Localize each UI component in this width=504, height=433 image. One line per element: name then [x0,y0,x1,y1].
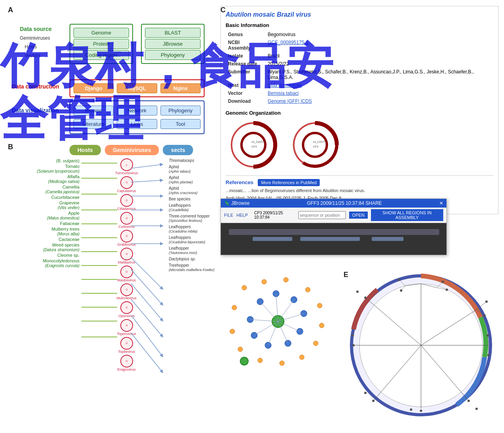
virus-title: Abutilon mosaic Brazil virus [226,11,493,18]
network-tabs: Hosts Geminiviruses sects [8,145,222,155]
svg-text:ml_016777: ml_016777 [313,140,327,144]
svg-point-99 [487,354,490,356]
django-btn[interactable]: Django [73,83,114,93]
genome-group: Genome Protein Coding region [70,24,133,64]
phylogeny-btn[interactable]: Phylogeny [145,50,201,60]
panel-e [346,270,496,421]
info-table: Genus Begomovirus NCBI Assembly GCF_0008… [226,31,493,105]
jbrowse-header-info: GFF3 2009/11/25 10:37:84 SHARE [307,200,382,206]
svg-point-53 [317,303,322,308]
svg-point-98 [487,334,489,337]
svg-line-19 [131,258,163,289]
insect-column: Thrematoceps Aphid(Aphis tabaci) Aphid(A… [169,158,220,274]
ref-text: ...mosaic... ...tion of Begomoviruses di… [226,188,493,194]
panel-a: Data source Geminiviruses Hosts Vectors … [8,6,214,149]
download-row: Download Genome |GFF| |CDS [226,97,493,105]
jbrowse-file[interactable]: FILE [224,213,233,217]
release-row: Release date 2015/2/22 [226,60,493,68]
svg-line-20 [131,269,163,305]
submitter-row: Submitter Wyant,P.S., Strohmeler,S., Sch… [226,68,493,81]
network-btn[interactable]: Network [117,106,157,115]
svg-line-13 [131,164,163,168]
svg-point-51 [284,277,288,282]
jbrowse-header: 🦎 JBrowse GFF3 2009/11/25 10:37:84 SHARE… [221,199,446,208]
pubmed-btn[interactable]: More References in PubMed [258,179,320,186]
svg-line-24 [131,333,163,373]
geminiviruses-item: Geminiviruses [20,34,50,42]
host-label: Host [226,81,265,89]
ncbi-row: NCBI Assembly GCF_000895175.1 [226,38,493,52]
links-btn[interactable]: Links [117,119,157,129]
panel-c: Abutilon mosaic Brazil virus Basic Infor… [220,6,498,214]
jbrowse-content [221,223,446,255]
jbrowse-search-input[interactable] [298,211,346,219]
svg-point-109 [356,291,359,293]
panel-b: Hosts Geminiviruses sects (B. vulgaris) … [8,143,222,429]
basic-info-title: Basic Information [226,22,493,28]
jbrowse-open-btn[interactable]: OPEN [349,212,368,219]
ncbi-val[interactable]: GCF_000895175.1 [265,38,493,52]
genus-row: Genus Begomovirus [226,31,493,38]
isolate-row: Isolate Brazil [226,52,493,60]
download-label: Download [226,97,265,105]
hosts-column: (B. vulgaris) Tomato(Solanum lycopersicu… [8,158,81,269]
svg-line-23 [131,315,163,357]
hosts-tab[interactable]: Hosts [70,145,101,155]
gemini-tab[interactable]: Geminiviruses [105,145,159,155]
connection-lines-right [131,158,167,429]
jbrowse-btn[interactable]: JBrowse [145,39,201,49]
download-val[interactable]: Genome |GFF| |CDS [265,97,493,105]
genus-val: Begomovirus [265,31,493,38]
svg-point-105 [364,392,367,394]
jbrowse-toolbar: FILE HELP CP3 2009/11/25 10:37:84 OPEN S… [221,208,446,223]
blast-btn[interactable]: BLAST [145,28,201,38]
genus-label: Genus [226,31,265,38]
genomic-org-title: Genomic Organization [226,110,493,116]
submitter-val: Wyant,P.S., Strohmeler,S., Schafer,B., K… [265,68,493,81]
tool-btn[interactable]: Tool [160,119,201,129]
svg-point-102 [420,410,422,412]
isolate-label: Isolate [226,52,265,60]
svg-point-97 [483,314,486,317]
jbrowse-close-icon[interactable]: ✕ [439,200,443,206]
host-row: Host Sida rhombifolia [226,81,493,89]
svg-point-55 [313,341,318,346]
mysql-btn[interactable]: MySQL [117,83,157,93]
svg-point-71 [240,357,248,365]
browse-btn[interactable]: Browse [73,106,114,115]
genome-circle-2: ml_016777 CP3 [287,119,343,171]
literature-btn[interactable]: Literature [73,119,114,129]
svg-line-14 [131,180,163,182]
genome-circle-1: ml_016574 CP3 [226,119,281,171]
jbrowse-track-svg [221,223,446,255]
ref-title: References [226,179,253,185]
protein-btn[interactable]: Protein [73,39,129,49]
svg-point-26 [241,133,265,157]
phylogeny2-btn[interactable]: Phylogeny [160,106,201,115]
data-viz-label: Data visualization [12,107,59,114]
vector-val[interactable]: Bemisia tabaci [265,89,493,97]
host-val[interactable]: Sida rhombifolia [265,81,493,89]
vector-row: Vector Bemisia tabaci [226,89,493,97]
insects-tab[interactable]: sects [163,145,193,155]
genome-btn[interactable]: Genome [73,28,129,38]
jbrowse-nav: CP3 2009/11/25 10:37:84 [254,211,295,219]
svg-point-93 [446,289,448,291]
submitter-label: Submitter [226,68,265,81]
svg-rect-34 [229,229,439,235]
jbrowse-help[interactable]: HELP [236,213,248,217]
svg-point-56 [299,355,304,360]
svg-point-59 [238,347,243,352]
release-val: 2015/2/22 [265,60,493,68]
coding-region-btn[interactable]: Coding region [73,50,129,60]
svg-line-21 [131,283,163,321]
svg-point-92 [442,281,444,283]
svg-point-60 [230,329,235,334]
svg-point-95 [400,289,402,292]
svg-rect-37 [372,237,404,241]
jbrowse-show-btn[interactable]: SHOW ALL REGIONS IN ASSEMBLY [371,209,443,221]
blast-group: BLAST JBrowse Phylogeny [141,24,205,64]
svg-point-103 [410,408,412,411]
data-construction-label: Data construction [12,83,59,90]
nginx-btn[interactable]: Nginx [160,83,201,93]
